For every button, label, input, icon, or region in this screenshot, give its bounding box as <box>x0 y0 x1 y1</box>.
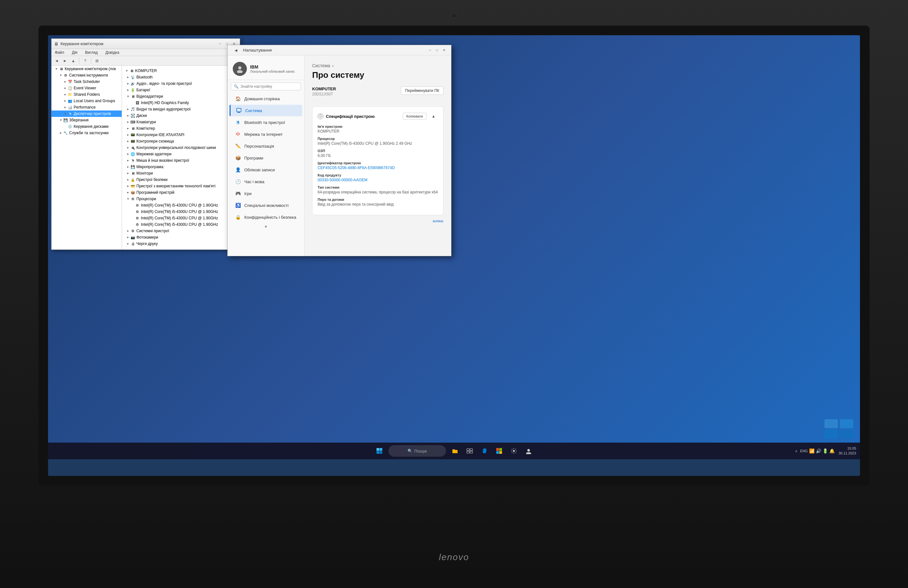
expand-task-scheduler[interactable]: ► <box>63 79 68 84</box>
device-bluetooth[interactable]: ► 📡 Bluetooth <box>123 74 238 81</box>
edge-browser-button[interactable] <box>479 445 490 457</box>
expand-disk-mgmt[interactable] <box>63 124 68 129</box>
expand-print-queues[interactable]: ► <box>126 242 130 246</box>
device-memory-tech[interactable]: ► 💳 Пристрої з використанням технології … <box>123 183 238 189</box>
device-print-queues[interactable]: ► 🖨 Черги друку <box>123 240 238 247</box>
expand-computer[interactable]: ► <box>126 126 130 130</box>
taskbar-search[interactable]: 🔍 Пошук <box>388 445 446 457</box>
device-cpu-4[interactable]: ⚙ Intel(R) Core(TM) i5-4300U CPU @ 1.90G… <box>123 221 238 228</box>
device-keyboards[interactable]: ► ⌨ Клавіатури <box>123 119 238 125</box>
device-intel-hd[interactable]: 🖼 Intel(R) HD Graphics Family <box>123 100 238 106</box>
settings-close-button[interactable]: ✕ <box>441 47 447 53</box>
sidebar-nav-time[interactable]: 🕐 Час і мова <box>230 176 302 187</box>
tree-item-sys-tools[interactable]: ▼ ⚙ Системні інструменти <box>52 72 122 79</box>
device-tree-root[interactable]: ▼ 🖥 KOMPUTER <box>123 68 238 74</box>
tree-item-root[interactable]: ▼ 🖥 Керування комп'ютером (лок <box>52 66 122 72</box>
copy-button[interactable]: Копіювати <box>403 113 427 120</box>
tree-item-event-viewer[interactable]: ► 📋 Event Viewer <box>52 85 122 91</box>
expand-event-viewer[interactable]: ► <box>63 86 68 90</box>
device-computer[interactable]: ► 🖥 Комп'ютер <box>123 125 238 132</box>
device-security[interactable]: ► 🔒 Пристрої безпеки <box>123 176 238 183</box>
device-audio[interactable]: ► 🔊 Аудіо-, відео- та ігрові пристрої <box>123 81 238 87</box>
settings-maximize-button[interactable]: □ <box>434 47 440 53</box>
expand-firmware[interactable]: ► <box>126 164 130 169</box>
start-button[interactable] <box>374 445 385 457</box>
tree-item-task-scheduler[interactable]: ► 📅 Task Scheduler <box>52 79 122 85</box>
device-firmware[interactable]: ► 💾 Мікропрограма: <box>123 164 238 170</box>
expand-video-adapters[interactable]: ▼ <box>126 94 130 99</box>
specs-chevron-button[interactable]: ▲ <box>429 112 438 121</box>
cm-forward-button[interactable]: ► <box>61 57 69 65</box>
expand-sys-tools[interactable]: ▼ <box>59 73 63 77</box>
expand-network[interactable]: ► <box>126 152 130 156</box>
expand-cpu-2[interactable] <box>130 209 135 214</box>
expand-processors[interactable]: ▼ <box>126 197 130 201</box>
settings-back-button[interactable]: ◄ <box>232 46 240 55</box>
device-monitors[interactable]: ► 🖥 Монітори <box>123 170 238 176</box>
expand-cameras[interactable]: ► <box>126 235 130 240</box>
sidebar-scroll-down[interactable]: ▼ <box>228 223 304 230</box>
expand-local-users[interactable]: ► <box>63 99 68 103</box>
expand-sys-devices[interactable]: ► <box>126 229 130 233</box>
expand-cpu-3[interactable] <box>130 216 135 220</box>
tree-item-services[interactable]: ► 🔧 Служби та застосунки <box>52 130 122 136</box>
device-cpu-1[interactable]: ⚙ Intel(R) Core(TM) i5-4300U CPU @ 1.90G… <box>123 202 238 208</box>
sidebar-nav-bluetooth[interactable]: Bluetooth та пристрої <box>230 117 302 128</box>
settings-minimize-button[interactable]: ─ <box>427 47 433 53</box>
expand-storage[interactable]: ▼ <box>59 118 63 122</box>
expand-intel-hd[interactable] <box>130 101 135 105</box>
expand-sw-device[interactable]: ► <box>126 190 130 195</box>
device-ide-ctrl[interactable]: ► 📟 Контролери IDE ATA/ATAPI <box>123 132 238 138</box>
expand-storage-ctrl[interactable]: ► <box>126 139 130 143</box>
device-network[interactable]: ► 🌐 Мережеві адаптери <box>123 151 238 157</box>
expand-monitors[interactable]: ► <box>126 171 130 176</box>
cm-minimize-button[interactable]: ─ <box>217 41 223 47</box>
sidebar-nav-personalization[interactable]: ✏️ Персоналізація <box>230 140 302 152</box>
cm-menu-help[interactable]: Довідка <box>103 50 121 55</box>
settings-search-box[interactable]: 🔍 <box>231 83 301 90</box>
sidebar-nav-accounts[interactable]: 👤 Облікові записи <box>230 164 302 176</box>
tray-overflow[interactable]: ∧ <box>795 449 797 453</box>
tree-item-storage[interactable]: ▼ 💾 Зберігання <box>52 117 122 123</box>
expand-usb-ctrl[interactable]: ► <box>126 145 130 150</box>
expand-keyboards[interactable]: ► <box>126 120 130 124</box>
sidebar-nav-home[interactable]: 🏠 Домашня сторінка <box>230 93 302 105</box>
file-explorer-button[interactable] <box>449 445 461 457</box>
tree-item-disk-mgmt[interactable]: 💿 Керування дисками <box>52 123 122 130</box>
store-button[interactable] <box>493 445 505 457</box>
sidebar-nav-apps[interactable]: 📦 Програми <box>230 152 302 164</box>
cm-help-button[interactable]: ? <box>81 57 89 65</box>
device-cameras[interactable]: ► 📷 Фотокамери <box>123 234 238 240</box>
expand-ide-ctrl[interactable]: ► <box>126 132 130 137</box>
expand-audio[interactable]: ► <box>126 81 130 86</box>
cm-menu-view[interactable]: Вигляд <box>83 50 100 55</box>
sidebar-nav-accessibility[interactable]: ♿ Спеціальні можливості <box>230 200 302 211</box>
device-audio-io[interactable]: ► 🎵 Вхідні та вихідні аудіопристрої <box>123 106 238 113</box>
device-disks[interactable]: ► 💽 Диски <box>123 113 238 119</box>
rename-pc-button[interactable]: Перейменувати ПК <box>401 87 443 95</box>
expand-memory-tech[interactable]: ► <box>126 184 130 188</box>
tree-item-device-manager[interactable]: ▼ 🖱 Диспетчер пристроїв <box>52 111 122 117</box>
device-processors[interactable]: ▼ ⚙ Процесори <box>123 196 238 202</box>
expand-mouse[interactable]: ► <box>126 158 130 163</box>
expand-audio-io[interactable]: ► <box>126 107 130 111</box>
expand-disks[interactable]: ► <box>126 113 130 118</box>
device-cpu-2[interactable]: ⚙ Intel(R) Core(TM) i5-4300U CPU @ 1.90G… <box>123 208 238 215</box>
device-cpu-3[interactable]: ⚙ Intel(R) Core(TM) i5-4300U CPU @ 1.90G… <box>123 215 238 221</box>
device-battery[interactable]: ► 🔋 Батареї <box>123 87 238 93</box>
expand-device-manager[interactable]: ▼ <box>63 111 68 116</box>
device-sw-device[interactable]: ► 📦 Програмний пристрій <box>123 189 238 196</box>
notification-icon[interactable]: 🔔 <box>829 448 835 453</box>
expand-cpu-1[interactable] <box>130 203 135 208</box>
tree-item-shared-folders[interactable]: ► 📁 Shared Folders <box>52 91 122 98</box>
device-storage-ctrl[interactable]: ► 📟 Контролери сховища <box>123 138 238 145</box>
tree-item-local-users[interactable]: ► 👥 Local Users and Groups <box>52 98 122 104</box>
expand-performance[interactable]: ► <box>63 105 68 110</box>
expand-shared-folders[interactable]: ► <box>63 92 68 97</box>
cm-back-button[interactable]: ◄ <box>53 57 61 65</box>
cm-menu-action[interactable]: Дія <box>70 50 79 55</box>
cm-up-button[interactable]: ▲ <box>69 57 77 65</box>
sidebar-nav-gaming[interactable]: 🎮 Ігри <box>230 188 302 199</box>
tree-item-performance[interactable]: ► 📊 Performance <box>52 104 122 111</box>
sidebar-nav-system[interactable]: Система <box>230 105 302 116</box>
